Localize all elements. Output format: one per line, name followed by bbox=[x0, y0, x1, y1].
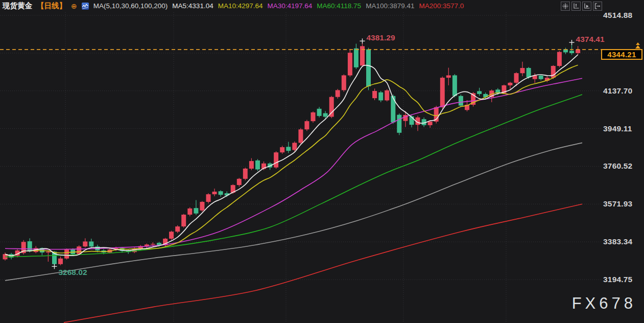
double-up-arrow-icon[interactable] bbox=[634, 42, 642, 51]
candle bbox=[539, 76, 543, 79]
candle bbox=[576, 50, 580, 53]
candle bbox=[83, 242, 87, 247]
candle bbox=[200, 202, 204, 211]
candle bbox=[298, 129, 303, 143]
candle bbox=[514, 73, 519, 83]
candle bbox=[237, 179, 242, 185]
candle bbox=[354, 49, 359, 67]
ma200-value: MA200:3577.0 bbox=[419, 2, 464, 10]
candle bbox=[187, 209, 192, 215]
candle bbox=[385, 90, 389, 101]
candle bbox=[391, 96, 395, 123]
candle bbox=[508, 83, 512, 85]
candle bbox=[366, 50, 371, 87]
candle bbox=[292, 143, 297, 150]
ma5-value: MA5:4331.04 bbox=[172, 2, 213, 10]
ma-group-label: MA(5,10,30,60,100,200) bbox=[93, 2, 168, 10]
candle bbox=[477, 91, 482, 94]
candle bbox=[428, 122, 433, 125]
candle bbox=[77, 246, 81, 254]
candle bbox=[452, 75, 457, 96]
fx678-watermark: FX678 bbox=[572, 294, 636, 313]
y-axis-label: 3383.34 bbox=[603, 237, 632, 246]
candle bbox=[175, 226, 180, 232]
candle bbox=[64, 249, 69, 259]
ma60-value: MA60:4118.75 bbox=[317, 2, 361, 10]
candle bbox=[286, 147, 291, 151]
candle bbox=[243, 169, 248, 179]
chart-toolbar bbox=[561, 2, 602, 11]
y-axis-label: 3760.52 bbox=[603, 161, 632, 171]
candle bbox=[569, 51, 574, 53]
candle bbox=[336, 90, 340, 97]
candles bbox=[3, 42, 581, 265]
candle bbox=[274, 152, 278, 167]
crosshair-icon[interactable] bbox=[561, 2, 570, 11]
candle bbox=[372, 91, 377, 98]
y-axis-label: 3949.11 bbox=[603, 124, 632, 133]
ma30-value: MA30:4197.64 bbox=[267, 2, 312, 10]
expand-icon[interactable]: ⊕ bbox=[71, 3, 77, 10]
ma-line-ma60 bbox=[5, 95, 582, 257]
candle bbox=[151, 244, 155, 245]
y-axis-label: 4137.70 bbox=[603, 86, 632, 96]
ma-line-ma200 bbox=[64, 204, 582, 322]
candle bbox=[28, 241, 32, 251]
candle bbox=[255, 160, 260, 170]
timeframe-label[interactable]: 【日线】 bbox=[37, 1, 66, 11]
candle bbox=[440, 78, 445, 107]
candle bbox=[304, 121, 309, 129]
candle bbox=[58, 259, 63, 264]
candle bbox=[397, 115, 401, 133]
y-axis-label: 3571.93 bbox=[603, 199, 632, 209]
ma100-value: MA100:3879.41 bbox=[366, 2, 414, 10]
symbol-name: 现货黄金 bbox=[3, 1, 32, 11]
line-chart-icon[interactable] bbox=[82, 3, 89, 10]
gridlines bbox=[0, 12, 602, 323]
candlestick-chart[interactable]: 4381.294374.413268.02 bbox=[0, 0, 644, 323]
scale-x-axis-icon[interactable] bbox=[582, 2, 591, 11]
ma-line-ma100 bbox=[5, 143, 582, 280]
candle bbox=[181, 215, 186, 226]
candle bbox=[194, 208, 198, 214]
ma-line-ma10 bbox=[5, 65, 578, 256]
candle bbox=[219, 191, 223, 195]
candle bbox=[527, 68, 531, 77]
candle bbox=[89, 242, 93, 247]
candle bbox=[459, 96, 463, 106]
ma-lines bbox=[5, 55, 582, 322]
candle bbox=[311, 112, 316, 121]
ma10-value: MA10:4297.64 bbox=[218, 2, 263, 10]
y-axis-label: 4514.88 bbox=[603, 11, 632, 20]
candle bbox=[46, 252, 51, 253]
price-annotation: 3268.02 bbox=[58, 268, 87, 276]
current-price-value: 4344.21 bbox=[607, 50, 636, 59]
candle bbox=[520, 68, 525, 73]
candle bbox=[206, 194, 211, 202]
chart-header: 现货黄金 【日线】 ⊕ MA(5,10,30,60,100,200) MA5:4… bbox=[0, 0, 464, 12]
ma-line-ma5 bbox=[5, 55, 578, 256]
price-annotation: 4374.41 bbox=[576, 35, 605, 43]
candle bbox=[280, 147, 284, 152]
candle bbox=[212, 192, 217, 194]
candle bbox=[249, 161, 254, 169]
candle bbox=[557, 52, 562, 66]
scale-y-axis-icon[interactable] bbox=[571, 2, 581, 11]
candle bbox=[342, 75, 346, 90]
candle bbox=[323, 113, 328, 117]
candle bbox=[169, 232, 174, 239]
candle bbox=[378, 93, 383, 101]
candle bbox=[348, 53, 352, 75]
candle bbox=[446, 75, 451, 78]
y-axis-label: 3194.75 bbox=[603, 275, 632, 284]
price-annotation: 4381.29 bbox=[366, 33, 395, 42]
exit-scale-icon[interactable] bbox=[593, 2, 602, 11]
candle bbox=[317, 109, 322, 116]
